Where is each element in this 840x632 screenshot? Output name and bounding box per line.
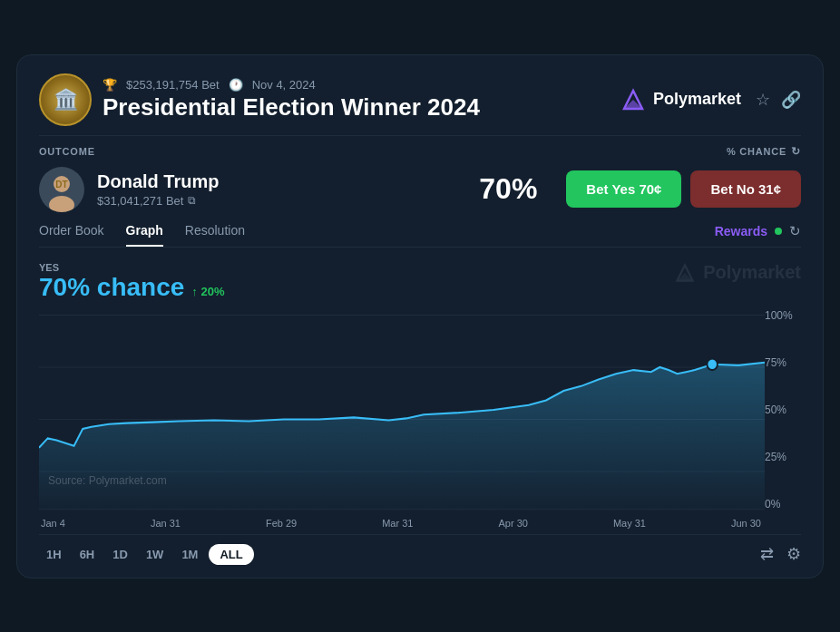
watermark-text: Polymarket: [703, 262, 801, 283]
tab-resolution[interactable]: Resolution: [185, 223, 245, 247]
link-icon[interactable]: 🔗: [781, 90, 801, 110]
bet-no-button[interactable]: Bet No 31¢: [690, 170, 801, 208]
main-card: 🏛️ 🏆 $253,191,754 Bet 🕐 Nov 4, 2024 Pres…: [16, 54, 824, 579]
chart-header-left: YES 70% chance ↑ 20%: [39, 262, 224, 302]
filter-1h[interactable]: 1H: [39, 544, 69, 565]
trophy-icon: 🏆: [103, 78, 117, 92]
chart-container: 100% 75% 50% 25% 0%: [39, 306, 801, 514]
chance-big: 70% chance: [39, 273, 184, 302]
candidate-avatar: DT: [39, 167, 84, 212]
footer-icons: ⇄ ⚙: [760, 544, 801, 564]
bet-buttons: Bet Yes 70¢ Bet No 31¢: [566, 170, 801, 208]
footer-controls: 1H 6H 1D 1W 1M ALL ⇄ ⚙: [39, 534, 801, 578]
chance-percentage: 70%: [463, 172, 553, 206]
rewards-dot-icon: [775, 228, 782, 235]
tab-graph[interactable]: Graph: [126, 223, 163, 247]
header-icons: ☆ 🔗: [756, 90, 801, 110]
card-header: 🏛️ 🏆 $253,191,754 Bet 🕐 Nov 4, 2024 Pres…: [39, 73, 801, 126]
chart-header: YES 70% chance ↑ 20% Polymarket: [39, 262, 801, 302]
polymarket-logo-icon: [620, 87, 646, 112]
filter-1w[interactable]: 1W: [139, 544, 171, 565]
filter-1d[interactable]: 1D: [105, 544, 135, 565]
filter-1m[interactable]: 1M: [174, 544, 205, 565]
polymarket-brand: Polymarket: [620, 87, 741, 112]
refresh-icon[interactable]: ↻: [791, 145, 801, 158]
source-label: Source: Polymarket.com: [48, 474, 167, 487]
tab-order-book[interactable]: Order Book: [39, 223, 104, 247]
tabs: Order Book Graph Resolution: [39, 223, 245, 247]
candidate-row: DT Donald Trump $31,041,271 Bet ⧉ 70% Be…: [39, 167, 801, 212]
trump-avatar-image: DT: [39, 167, 84, 212]
x-axis-labels: Jan 4 Jan 31 Feb 29 Mar 31 Apr 30 May 31…: [39, 518, 801, 529]
tabs-row: Order Book Graph Resolution Rewards ↻: [39, 223, 801, 248]
settings-icon[interactable]: ⚙: [786, 544, 801, 564]
filter-6h[interactable]: 6H: [73, 544, 103, 565]
chart-watermark: Polymarket: [674, 262, 801, 284]
candidate-info: Donald Trump $31,041,271 Bet ⧉: [97, 171, 450, 208]
header-left: 🏛️ 🏆 $253,191,754 Bet 🕐 Nov 4, 2024 Pres…: [39, 73, 480, 126]
x-label-jun30: Jun 30: [731, 518, 761, 529]
presidential-seal: 🏛️: [39, 73, 92, 126]
header-date: Nov 4, 2024: [252, 78, 316, 92]
header-meta: 🏆 $253,191,754 Bet 🕐 Nov 4, 2024: [103, 78, 480, 92]
transfer-icon[interactable]: ⇄: [760, 544, 774, 564]
header-title-block: 🏆 $253,191,754 Bet 🕐 Nov 4, 2024 Preside…: [103, 78, 480, 122]
candidate-bet: $31,041,271 Bet ⧉: [97, 194, 450, 208]
chart-area: YES 70% chance ↑ 20% Polymarket 100% 75%…: [39, 255, 801, 529]
svg-text:DT: DT: [55, 180, 67, 190]
x-label-may31: May 31: [613, 518, 646, 529]
copy-icon[interactable]: ⧉: [188, 194, 196, 207]
y-label-100: 100%: [765, 309, 801, 322]
x-label-mar31: Mar 31: [382, 518, 413, 529]
chart-area-fill: [39, 362, 765, 509]
divider-1: [39, 135, 801, 136]
x-label-feb29: Feb 29: [266, 518, 297, 529]
y-label-25: 25%: [765, 451, 801, 463]
rewards-refresh-icon[interactable]: ↻: [789, 223, 801, 239]
outcome-row-header: OUTCOME % CHANCE ↻: [39, 145, 801, 158]
page-title: Presidential Election Winner 2024: [103, 93, 480, 122]
time-filters: 1H 6H 1D 1W 1M ALL: [39, 544, 254, 565]
x-label-apr30: Apr 30: [498, 518, 527, 529]
y-axis-labels: 100% 75% 50% 25% 0%: [765, 306, 801, 514]
y-label-50: 50%: [765, 404, 801, 416]
watermark-poly-icon: [674, 262, 696, 284]
current-point-dot: [707, 358, 718, 370]
bet-amount: $253,191,754 Bet: [126, 78, 220, 92]
candidate-name: Donald Trump: [97, 171, 450, 192]
bet-yes-button[interactable]: Bet Yes 70¢: [566, 170, 681, 208]
filter-all[interactable]: ALL: [209, 544, 253, 565]
chance-col-label: % CHANCE ↻: [727, 145, 801, 158]
polymarket-label: Polymarket: [653, 90, 741, 109]
outcome-col-label: OUTCOME: [39, 146, 727, 157]
x-label-jan4: Jan 4: [41, 518, 65, 529]
rewards-label[interactable]: Rewards: [715, 224, 767, 238]
tabs-right: Rewards ↻: [715, 223, 801, 247]
y-label-75: 75%: [765, 356, 801, 369]
x-label-jan31: Jan 31: [151, 518, 181, 529]
star-icon[interactable]: ☆: [756, 90, 770, 110]
yes-label: YES: [39, 262, 224, 273]
header-right: Polymarket ☆ 🔗: [620, 87, 801, 112]
change-indicator: ↑ 20%: [191, 285, 224, 298]
y-label-0: 0%: [765, 498, 801, 510]
clock-icon: 🕐: [229, 78, 243, 92]
